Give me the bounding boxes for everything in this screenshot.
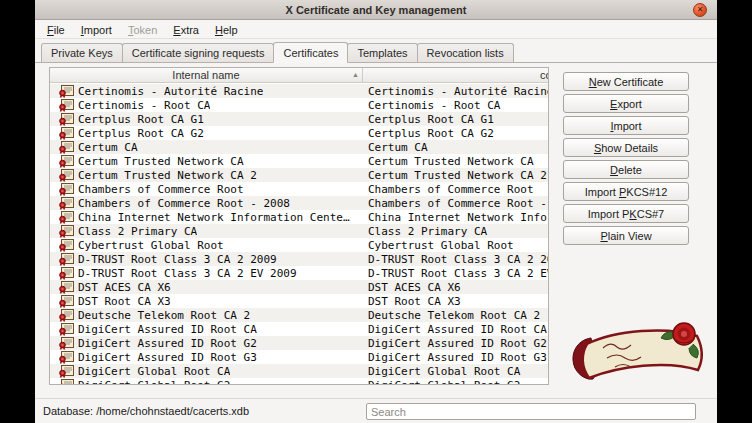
internal-name-text: DigiCert Global Root CA	[78, 365, 230, 378]
certificate-icon	[59, 155, 74, 168]
table-row[interactable]: DigiCert Global Root G2DigiCert Global R…	[50, 378, 548, 384]
column-label: commonName	[540, 69, 548, 81]
internal-name-text: Certum CA	[78, 141, 138, 154]
new-certificate-button[interactable]: New Certificate	[563, 72, 689, 91]
table-row[interactable]: Certinomis - Autorité RacineCertinomis -…	[50, 84, 548, 98]
internal-name-text: Class 2 Primary CA	[78, 225, 197, 238]
close-icon[interactable]: ✕	[693, 3, 707, 17]
table-row[interactable]: DST Root CA X3DST Root CA X3	[50, 294, 548, 308]
import-pkcs-7-button[interactable]: Import PKCS#7	[563, 204, 689, 223]
common-name-cell: DigiCert Assured ID Root G3	[363, 351, 548, 364]
internal-name-cell: Certplus Root CA G2	[50, 126, 363, 140]
common-name-cell: D-TRUST Root Class 3 CA 2 2009	[363, 253, 548, 266]
certificate-icon	[59, 169, 74, 182]
table-row[interactable]: Certum Trusted Network CA 2Certum Truste…	[50, 168, 548, 182]
table-row[interactable]: D-TRUST Root Class 3 CA 2 2009D-TRUST Ro…	[50, 252, 548, 266]
table-row[interactable]: DigiCert Assured ID Root G3DigiCert Assu…	[50, 350, 548, 364]
titlebar: X Certificate and Key management ✕	[35, 0, 717, 20]
tab-private-keys[interactable]: Private Keys	[41, 43, 123, 62]
certificate-icon	[59, 323, 74, 336]
delete-button[interactable]: Delete	[563, 160, 689, 179]
tab-revocation-lists[interactable]: Revocation lists	[417, 43, 514, 62]
common-name-cell: China Internet Network Information Cente…	[363, 211, 548, 224]
certificate-icon	[59, 253, 74, 266]
common-name-cell: Class 2 Primary CA	[363, 225, 548, 238]
internal-name-cell: China Internet Network Information Cente…	[50, 210, 363, 224]
import-button[interactable]: Import	[563, 116, 689, 135]
internal-name-cell: Certum Trusted Network CA 2	[50, 168, 363, 182]
import-pkcs-12-button[interactable]: Import PKCS#12	[563, 182, 689, 201]
common-name-cell: Chambers of Commerce Root	[363, 183, 548, 196]
internal-name-text: Certum Trusted Network CA	[78, 155, 244, 168]
internal-name-text: DigiCert Assured ID Root G3	[78, 351, 257, 364]
table-row[interactable]: DigiCert Global Root CADigiCert Global R…	[50, 364, 548, 378]
certificate-icon	[59, 211, 74, 224]
table-row[interactable]: Certinomis - Root CACertinomis - Root CA	[50, 98, 548, 112]
internal-name-cell: Cybertrust Global Root	[50, 238, 363, 252]
search-input[interactable]	[366, 403, 696, 420]
internal-name-text: DST ACES CA X6	[78, 281, 171, 294]
tab-templates[interactable]: Templates	[347, 43, 417, 62]
certificate-icon	[59, 239, 74, 252]
menu-help[interactable]: Help	[207, 21, 246, 38]
common-name-cell: Certplus Root CA G1	[363, 113, 548, 126]
common-name-cell: Certum Trusted Network CA	[363, 155, 548, 168]
common-name-cell: Certplus Root CA G2	[363, 127, 548, 140]
tab-certificates[interactable]: Certificates	[273, 42, 348, 63]
export-button[interactable]: Export	[563, 94, 689, 113]
common-name-cell: DigiCert Assured ID Root CA	[363, 323, 548, 336]
certificate-icon	[59, 351, 74, 364]
table-row[interactable]: DigiCert Assured ID Root CADigiCert Assu…	[50, 322, 548, 336]
table-row[interactable]: China Internet Network Information Cente…	[50, 210, 548, 224]
certificate-icon	[59, 379, 74, 385]
menu-import[interactable]: Import	[73, 21, 120, 38]
table-body: Certinomis - Autorité RacineCertinomis -…	[50, 84, 548, 384]
common-name-cell: DST ACES CA X6	[363, 281, 548, 294]
statusbar: Database: /home/chohnstaedt/cacerts.xdb	[35, 398, 717, 423]
certificates-table: Internal name ▲ commonName Certinomis - …	[49, 67, 549, 385]
internal-name-cell: DigiCert Assured ID Root G3	[50, 350, 363, 364]
menu-file[interactable]: File	[39, 21, 73, 38]
common-name-cell: Certum Trusted Network CA 2	[363, 169, 548, 182]
internal-name-text: D-TRUST Root Class 3 CA 2 EV 2009	[78, 267, 297, 280]
column-header-common-name[interactable]: commonName	[363, 68, 548, 82]
internal-name-cell: D-TRUST Root Class 3 CA 2 2009	[50, 252, 363, 266]
certificate-icon	[59, 225, 74, 238]
plain-view-button[interactable]: Plain View	[563, 226, 689, 245]
table-row[interactable]: DST ACES CA X6DST ACES CA X6	[50, 280, 548, 294]
internal-name-cell: DigiCert Global Root CA	[50, 364, 363, 378]
action-button-panel: New CertificateExportImportShow DetailsD…	[563, 72, 689, 245]
table-row[interactable]: Certplus Root CA G2Certplus Root CA G2	[50, 126, 548, 140]
internal-name-cell: Chambers of Commerce Root - 2008	[50, 196, 363, 210]
table-row[interactable]: Certum CACertum CA	[50, 140, 548, 154]
common-name-cell: DigiCert Assured ID Root G2	[363, 337, 548, 350]
internal-name-text: DigiCert Global Root G2	[78, 379, 230, 385]
table-row[interactable]: Deutsche Telekom Root CA 2Deutsche Telek…	[50, 308, 548, 322]
common-name-cell: Certinomis - Root CA	[363, 99, 548, 112]
table-row[interactable]: DigiCert Assured ID Root G2DigiCert Assu…	[50, 336, 548, 350]
table-row[interactable]: Chambers of Commerce Root - 2008Chambers…	[50, 196, 548, 210]
table-row[interactable]: Cybertrust Global RootCybertrust Global …	[50, 238, 548, 252]
table-row[interactable]: Class 2 Primary CAClass 2 Primary CA	[50, 224, 548, 238]
internal-name-cell: DigiCert Assured ID Root CA	[50, 322, 363, 336]
menu-extra[interactable]: Extra	[165, 21, 207, 38]
tab-certificate-signing-requests[interactable]: Certificate signing requests	[122, 43, 275, 62]
table-row[interactable]: D-TRUST Root Class 3 CA 2 EV 2009D-TRUST…	[50, 266, 548, 280]
certificate-icon	[59, 85, 74, 98]
internal-name-cell: Certinomis - Autorité Racine	[50, 84, 363, 98]
table-row[interactable]: Certum Trusted Network CACertum Trusted …	[50, 154, 548, 168]
internal-name-text: Certinomis - Autorité Racine	[78, 85, 263, 98]
internal-name-text: Chambers of Commerce Root - 2008	[78, 197, 290, 210]
table-row[interactable]: Chambers of Commerce RootChambers of Com…	[50, 182, 548, 196]
table-header: Internal name ▲ commonName	[50, 68, 548, 83]
show-details-button[interactable]: Show Details	[563, 138, 689, 157]
common-name-cell: DigiCert Global Root G2	[363, 379, 548, 385]
internal-name-text: D-TRUST Root Class 3 CA 2 2009	[78, 253, 277, 266]
certificate-icon	[59, 281, 74, 294]
xca-logo-banner	[563, 308, 713, 392]
certificate-icon	[59, 127, 74, 140]
column-header-internal-name[interactable]: Internal name ▲	[50, 68, 363, 82]
certificate-icon	[59, 295, 74, 308]
table-row[interactable]: Certplus Root CA G1Certplus Root CA G1	[50, 112, 548, 126]
internal-name-cell: DigiCert Assured ID Root G2	[50, 336, 363, 350]
